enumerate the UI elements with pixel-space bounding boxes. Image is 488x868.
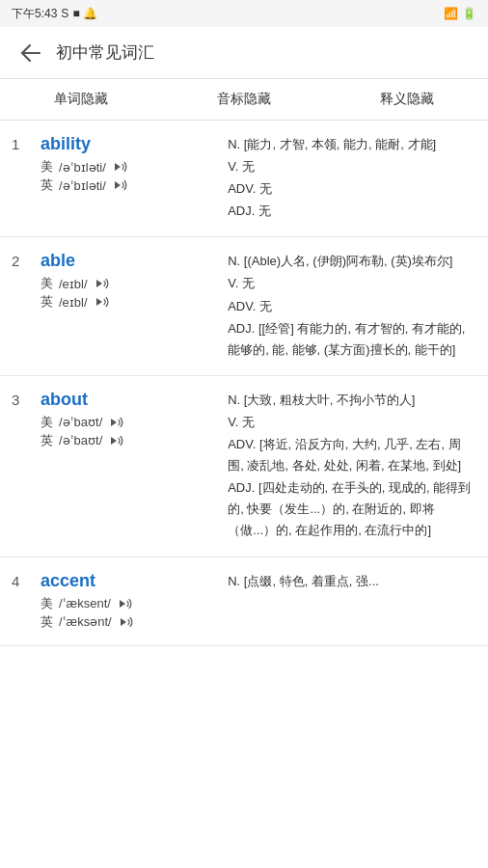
entry-definitions: N. [大致, 粗枝大叶, 不拘小节的人]V. 无ADV. [将近, 沿反方向,…: [228, 390, 476, 543]
tab-phonetic-hide[interactable]: 音标隐藏: [163, 79, 326, 120]
entry-main: about美/əˈbaʊt/ 英/əˈbaʊt/: [41, 390, 218, 543]
definition-line: N. [(Able)人名, (伊朗)阿布勒, (英)埃布尔]: [228, 251, 476, 272]
phonetic-text: /əˈbaʊt/: [59, 433, 102, 448]
entry-definitions: N. [能力, 才智, 本领, 能力, 能耐, 才能]V. 无ADV. 无ADJ…: [228, 134, 476, 223]
part-of-speech: N.: [228, 393, 244, 407]
definition-text: [将近, 沿反方向, 大约, 几乎, 左右, 周围, 凌乱地, 各处, 处处, …: [228, 437, 461, 473]
definition-text: [四处走动的, 在手头的, 现成的, 能得到的, 快要（发生...）的, 在附近…: [228, 480, 471, 537]
region-label: 美: [41, 158, 53, 176]
region-label: 英: [41, 613, 53, 631]
region-label: 英: [41, 176, 53, 194]
phonetic-text: /eɪbl/: [59, 277, 88, 291]
svg-marker-3: [96, 298, 102, 306]
svg-marker-1: [115, 181, 121, 189]
audio-button[interactable]: [94, 275, 111, 292]
audio-button[interactable]: [108, 414, 125, 431]
entry-number: 2: [12, 251, 31, 361]
tab-bar: 单词隐藏 音标隐藏 释义隐藏: [0, 79, 488, 121]
part-of-speech: ADV.: [228, 181, 259, 196]
region-label: 英: [41, 293, 53, 311]
word-list: 1ability美/əˈbɪləti/ 英/əˈbɪləti/ N. [能力, …: [0, 121, 488, 646]
part-of-speech: N.: [228, 137, 244, 151]
header: 初中常见词汇: [0, 27, 488, 79]
audio-button[interactable]: [112, 158, 129, 176]
phonetic-text: /ˈæksent/: [59, 596, 111, 610]
definition-line: V. 无: [228, 156, 476, 177]
page-title: 初中常见词汇: [56, 41, 154, 64]
definition-text: 无: [242, 159, 255, 174]
part-of-speech: ADV.: [228, 299, 259, 313]
word-english: ability: [41, 134, 218, 154]
svg-marker-0: [115, 163, 121, 171]
word-entry: 3about美/əˈbaʊt/ 英/əˈbaʊt/ N. [大致, 粗枝大叶, …: [0, 376, 488, 557]
status-left: 下午5:43 S ■ 🔔: [12, 6, 97, 22]
wifi-icon: 📶: [444, 7, 458, 20]
audio-button[interactable]: [108, 432, 125, 449]
phonetic-text: /eɪbl/: [59, 295, 88, 310]
definition-line: ADV. 无: [228, 296, 476, 317]
word-entry: 1ability美/əˈbɪləti/ 英/əˈbɪləti/ N. [能力, …: [0, 121, 488, 237]
back-button[interactable]: [15, 38, 46, 68]
definition-text: 无: [242, 415, 255, 429]
audio-button[interactable]: [94, 293, 111, 311]
svg-marker-4: [111, 419, 117, 426]
definition-text: [[经管] 有能力的, 有才智的, 有才能的, 能够的, 能, 能够, (某方面…: [228, 321, 465, 357]
entry-main: able美/eɪbl/ 英/eɪbl/: [41, 251, 218, 361]
entry-number: 4: [12, 571, 31, 632]
tab-definition-hide[interactable]: 释义隐藏: [325, 79, 488, 120]
definition-text: [(Able)人名, (伊朗)阿布勒, (英)埃布尔]: [244, 254, 453, 268]
part-of-speech: N.: [228, 254, 244, 268]
part-of-speech: ADJ.: [228, 480, 258, 495]
phonetic-row: 英/eɪbl/: [41, 293, 218, 311]
definition-line: N. [大致, 粗枝大叶, 不拘小节的人]: [228, 390, 476, 411]
word-english: able: [41, 251, 218, 271]
entry-number: 1: [12, 134, 31, 223]
definition-text: 无: [259, 181, 272, 196]
definition-line: ADV. 无: [228, 178, 476, 200]
part-of-speech: V.: [228, 415, 242, 429]
svg-marker-2: [96, 280, 102, 287]
definition-line: ADV. [将近, 沿反方向, 大约, 几乎, 左右, 周围, 凌乱地, 各处,…: [228, 434, 476, 476]
definition-line: V. 无: [228, 273, 476, 294]
definition-text: [能力, 才智, 本领, 能力, 能耐, 才能]: [244, 137, 436, 151]
status-time: 下午5:43: [12, 6, 57, 22]
part-of-speech: ADJ.: [228, 321, 258, 336]
phonetic-text: /əˈbɪləti/: [59, 178, 106, 193]
entry-definitions: N. [(Able)人名, (伊朗)阿布勒, (英)埃布尔]V. 无ADV. 无…: [228, 251, 476, 361]
part-of-speech: ADV.: [228, 437, 259, 451]
phonetic-row: 英/ˈæksənt/: [41, 613, 218, 631]
audio-button[interactable]: [118, 613, 135, 631]
word-entry: 4accent美/ˈæksent/ 英/ˈæksənt/ N. [点缀, 特色,…: [0, 557, 488, 646]
part-of-speech: V.: [228, 159, 242, 174]
svg-marker-7: [121, 618, 126, 626]
word-english: accent: [41, 571, 218, 591]
word-entry: 2able美/eɪbl/ 英/eɪbl/ N. [(Able)人名, (伊朗)阿…: [0, 237, 488, 375]
region-label: 美: [41, 595, 53, 612]
part-of-speech: V.: [228, 276, 242, 290]
status-bar: 下午5:43 S ■ 🔔 📶 🔋: [0, 0, 488, 27]
svg-marker-6: [120, 600, 125, 608]
region-label: 美: [41, 275, 53, 292]
definition-text: 无: [259, 299, 272, 313]
audio-button[interactable]: [112, 176, 129, 194]
svg-marker-5: [111, 437, 117, 445]
definition-text: 无: [258, 203, 271, 218]
phonetic-row: 美/əˈbɪləti/: [41, 158, 218, 176]
status-right: 📶 🔋: [444, 7, 476, 20]
phonetic-row: 美/ˈæksent/: [41, 595, 218, 612]
status-signal: S: [61, 7, 68, 20]
entry-number: 3: [12, 390, 31, 543]
phonetic-row: 美/əˈbaʊt/: [41, 414, 218, 431]
battery-icon: 🔋: [462, 7, 476, 20]
definition-text: [大致, 粗枝大叶, 不拘小节的人]: [244, 393, 416, 407]
entry-main: ability美/əˈbɪləti/ 英/əˈbɪləti/: [41, 134, 218, 223]
tab-word-hide[interactable]: 单词隐藏: [0, 79, 163, 120]
definition-line: ADJ. [四处走动的, 在手头的, 现成的, 能得到的, 快要（发生...）的…: [228, 477, 476, 541]
status-icons: ■ 🔔: [72, 7, 97, 20]
definition-line: ADJ. [[经管] 有能力的, 有才智的, 有才能的, 能够的, 能, 能够,…: [228, 318, 476, 361]
definition-line: N. [能力, 才智, 本领, 能力, 能耐, 才能]: [228, 134, 476, 155]
phonetic-row: 英/əˈbaʊt/: [41, 432, 218, 449]
phonetic-text: /əˈbɪləti/: [59, 160, 106, 175]
phonetic-row: 英/əˈbɪləti/: [41, 176, 218, 194]
audio-button[interactable]: [117, 595, 134, 612]
